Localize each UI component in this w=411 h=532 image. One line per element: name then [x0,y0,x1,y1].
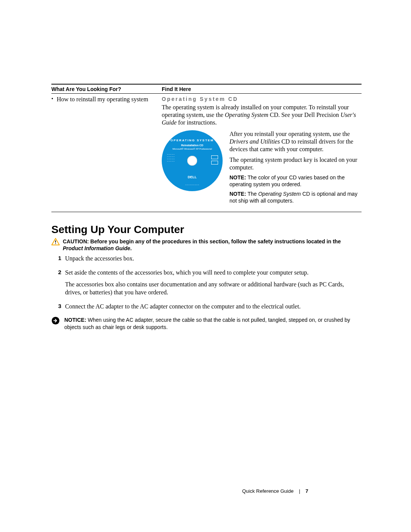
document-page: What Are You Looking For? Find It Here H… [0,0,411,331]
italic-os: Operating System [225,112,268,118]
svg-rect-0 [55,240,56,242]
text-fragment: After you reinstall your operating syste… [229,131,350,137]
caution-triangle-icon [51,238,60,246]
cd-box2 [211,161,218,165]
cd-brand: DELL [162,175,223,179]
side-text-column: After you reinstall your operating syste… [229,130,362,207]
cd-fine-print: – – – – –– – – – –– – – – –– – – – – [167,153,190,162]
side-paragraph-1: After you reinstall your operating syste… [229,130,362,153]
step-text: Connect the AC adapter to the AC adapter… [65,303,301,311]
text-fragment: . [130,245,132,251]
page-footer: Quick Reference Guide | 7 [0,488,411,494]
cd-foot: – – – – – – – – – [162,184,223,186]
step-text: Set aside the contents of the accessorie… [65,269,362,277]
text-fragment: CD. See your Dell Precision [268,112,341,118]
step-text: The accessories box also contains user d… [65,281,362,297]
step-number: 1 [51,255,65,261]
step-body: Unpack the accessories box. [65,255,134,267]
table-row: How to reinstall my operating system Ope… [51,94,362,212]
note-label: NOTE: [229,191,247,197]
step-3: 3 Connect the AC adapter to the AC adapt… [51,303,362,315]
step-body: Set aside the contents of the accessorie… [65,269,362,300]
note-label: NOTE: [229,174,247,181]
text-fragment: The [247,191,258,197]
step-1: 1 Unpack the accessories box. [51,255,362,267]
caution-label: CAUTION: [63,238,90,244]
cd-sub2: Microsoft® Windows® XP Professional [162,148,223,150]
table-cell-left: How to reinstall my operating system [51,96,162,207]
note-cd-color: NOTE: The color of your CD varies based … [229,174,362,188]
text-fragment: Before you begin any of the procedures i… [90,238,341,244]
note-optional-cd: NOTE: The Operating System CD is optiona… [229,191,362,204]
step-text: Unpack the accessories box. [65,255,134,263]
table-header-row: What Are You Looking For? Find It Here [51,85,362,93]
cd-image-wrap: OPERATING SYSTEM Reinstallation CD Micro… [162,130,229,207]
cd-title: OPERATING SYSTEM [162,139,223,142]
bullet-reinstall-os: How to reinstall my operating system [51,96,162,103]
notice-text: NOTICE: When using the AC adapter, secur… [64,316,362,330]
side-paragraph-2: The operating system product key is loca… [229,156,362,171]
footer-divider: | [293,488,305,494]
step-2: 2 Set aside the contents of the accessor… [51,269,362,300]
text-fragment: for instructions. [177,119,217,126]
cd-box1 [211,155,218,159]
page-title: Setting Up Your Computer [51,224,362,236]
col-header-left: What Are You Looking For? [51,86,162,92]
cd-hole [187,156,197,166]
step-number: 2 [51,269,65,275]
lookup-table: What Are You Looking For? Find It Here [51,84,362,94]
caution-block: CAUTION: Before you begin any of the pro… [51,238,362,252]
notice-label: NOTICE: [64,317,88,323]
italic-pig: Product Information Guide [63,245,130,251]
cd-image: OPERATING SYSTEM Reinstallation CD Micro… [162,130,223,191]
italic-drivers-utilities: Drivers and Utilities [229,138,280,145]
col-header-right: Find It Here [162,86,362,92]
cd-sub: Reinstallation CD [162,144,223,147]
footer-title: Quick Reference Guide [242,488,293,494]
notice-arrow-icon [51,316,60,325]
page-number: 7 [306,488,308,494]
cd-disc-icon: OPERATING SYSTEM Reinstallation CD Micro… [162,130,223,191]
italic-os2: Operating System [258,191,301,197]
step-number: 3 [51,303,65,309]
caution-text: CAUTION: Before you begin any of the pro… [63,238,362,252]
table-cell-right: Operating System CD The operating system… [162,96,362,207]
notice-block: NOTICE: When using the AC adapter, secur… [51,316,362,330]
text-fragment: When using the AC adapter, secure the ca… [64,317,350,330]
os-cd-description: The operating system is already installe… [162,104,362,126]
section-title-os-cd: Operating System CD [162,96,362,104]
svg-rect-1 [55,243,56,244]
step-body: Connect the AC adapter to the AC adapter… [65,303,301,315]
